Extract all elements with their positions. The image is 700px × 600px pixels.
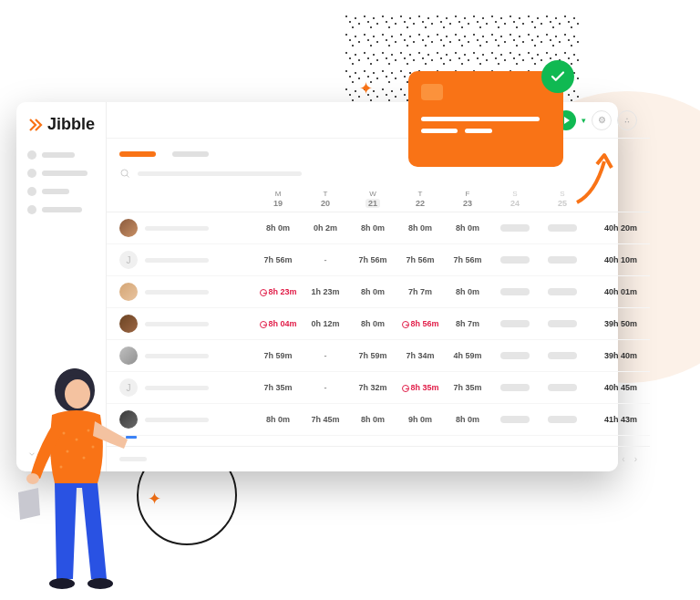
- time-cell[interactable]: -: [302, 351, 349, 360]
- time-cell[interactable]: 8h 35m: [396, 383, 444, 392]
- day-header[interactable]: W21: [349, 190, 396, 208]
- total-cell: 39h 50m: [586, 319, 637, 328]
- time-cell[interactable]: 8h 0m: [444, 287, 491, 296]
- time-cell[interactable]: 7h 45m: [302, 415, 349, 424]
- weekend-cell: [539, 416, 586, 423]
- time-cell[interactable]: 7h 56m: [444, 255, 491, 264]
- settings-button[interactable]: ⚙: [592, 110, 612, 130]
- page-prev[interactable]: ‹: [622, 454, 624, 464]
- time-cell[interactable]: 7h 59m: [254, 351, 302, 360]
- svg-point-0: [121, 170, 128, 176]
- nav-item[interactable]: [27, 169, 95, 178]
- logo-icon: [27, 117, 44, 133]
- svg-point-8: [63, 432, 66, 435]
- timesheet-row[interactable]: 7h 59m-7h 59m7h 34m4h 59m39h 40m: [107, 340, 650, 372]
- tab-active[interactable]: [119, 151, 156, 157]
- weekend-cell: [539, 320, 586, 327]
- svg-point-5: [26, 473, 39, 484]
- total-cell: 40h 20m: [586, 223, 637, 233]
- timesheet-grid: M19T20W21T22F23S24S25 8h 0m0h 2m8h 0m8h …: [107, 186, 650, 446]
- weekend-cell: [491, 224, 539, 232]
- users-icon: ⛬: [623, 115, 632, 125]
- nav-item[interactable]: [27, 150, 95, 160]
- total-cell: 40h 10m: [586, 255, 637, 264]
- time-cell[interactable]: 8h 0m: [349, 319, 396, 328]
- gear-icon: ⚙: [598, 115, 606, 125]
- person-illustration: [11, 356, 148, 593]
- time-cell[interactable]: 7h 56m: [396, 255, 444, 264]
- svg-point-3: [65, 379, 90, 409]
- clock-icon: [402, 321, 409, 328]
- time-cell[interactable]: 0h 2m: [302, 223, 349, 233]
- time-cell[interactable]: 8h 0m: [444, 223, 491, 233]
- time-cell[interactable]: 8h 0m: [349, 287, 396, 296]
- svg-point-7: [88, 578, 113, 589]
- weekend-cell: [539, 384, 586, 391]
- day-header[interactable]: S24: [491, 190, 539, 208]
- time-cell[interactable]: 7h 34m: [396, 351, 444, 360]
- weekend-cell: [539, 288, 586, 295]
- weekend-cell: [491, 256, 539, 264]
- time-cell[interactable]: 7h 59m: [349, 351, 396, 360]
- time-cell[interactable]: 8h 56m: [396, 319, 444, 328]
- time-cell[interactable]: 7h 56m: [254, 255, 302, 264]
- time-cell[interactable]: 1h 23m: [302, 287, 349, 296]
- avatar: [119, 315, 138, 333]
- weekend-cell: [539, 256, 586, 264]
- timesheet-row[interactable]: 8h 0m0h 2m8h 0m8h 0m8h 0m40h 20m: [107, 212, 650, 244]
- weekend-cell: [539, 224, 586, 232]
- day-header[interactable]: M19: [254, 190, 302, 208]
- timesheet-row[interactable]: J7h 56m-7h 56m7h 56m7h 56m40h 10m: [107, 244, 650, 276]
- time-cell[interactable]: -: [302, 255, 349, 264]
- time-cell[interactable]: 4h 59m: [444, 351, 491, 360]
- time-cell[interactable]: 8h 0m: [444, 415, 491, 424]
- page-next[interactable]: ›: [634, 454, 637, 464]
- timesheet-row[interactable]: 8h 04m0h 12m8h 0m8h 56m8h 7m39h 50m: [107, 308, 650, 340]
- pagination: ‹ ›: [107, 446, 650, 471]
- day-header[interactable]: T22: [396, 190, 444, 208]
- search-icon: [119, 168, 130, 179]
- clock-icon: [260, 321, 267, 328]
- avatar: [119, 283, 138, 301]
- svg-point-12: [83, 457, 86, 460]
- nav-item[interactable]: [27, 205, 95, 214]
- svg-point-14: [92, 446, 95, 449]
- weekend-cell: [491, 352, 539, 359]
- svg-point-11: [67, 450, 69, 453]
- time-cell[interactable]: 0h 12m: [302, 319, 349, 328]
- weekend-cell: [491, 320, 539, 327]
- play-dropdown[interactable]: ▾: [582, 116, 586, 125]
- day-header[interactable]: T20: [302, 190, 349, 208]
- sparkle-icon: ✦: [148, 489, 161, 509]
- time-cell[interactable]: 8h 04m: [254, 319, 302, 328]
- time-cell[interactable]: 8h 7m: [444, 319, 491, 328]
- nav-item[interactable]: [27, 187, 95, 196]
- time-cell[interactable]: 8h 0m: [254, 415, 302, 424]
- time-cell[interactable]: 7h 56m: [349, 255, 396, 264]
- svg-point-6: [49, 578, 75, 589]
- logo-text: Jibble: [47, 115, 95, 134]
- tab-inactive[interactable]: [172, 151, 209, 157]
- search-input[interactable]: [119, 168, 637, 179]
- timesheet-row[interactable]: 8h 23m1h 23m8h 0m7h 7m8h 0m40h 01m: [107, 276, 650, 308]
- time-cell[interactable]: 7h 35m: [254, 383, 302, 392]
- time-cell[interactable]: 8h 0m: [349, 223, 396, 233]
- total-cell: 40h 45m: [586, 383, 637, 392]
- timesheet-row[interactable]: 8h 0m7h 45m8h 0m9h 0m8h 0m41h 43m: [107, 404, 650, 436]
- time-cell[interactable]: 7h 7m: [396, 287, 444, 296]
- time-cell[interactable]: 7h 35m: [444, 383, 491, 392]
- day-header[interactable]: F23: [444, 190, 491, 208]
- users-button[interactable]: ⛬: [617, 110, 637, 130]
- svg-point-9: [76, 439, 78, 441]
- svg-rect-4: [126, 436, 137, 439]
- timesheet-row[interactable]: J7h 35m-7h 32m8h 35m7h 35m40h 45m: [107, 372, 650, 404]
- time-cell[interactable]: 8h 0m: [254, 223, 302, 233]
- time-cell[interactable]: -: [302, 383, 349, 392]
- time-cell[interactable]: 9h 0m: [396, 415, 444, 424]
- time-cell[interactable]: 8h 0m: [349, 415, 396, 424]
- svg-point-10: [88, 429, 90, 432]
- logo[interactable]: Jibble: [27, 115, 95, 134]
- time-cell[interactable]: 8h 23m: [254, 287, 302, 296]
- time-cell[interactable]: 8h 0m: [396, 223, 444, 233]
- time-cell[interactable]: 7h 32m: [349, 383, 396, 392]
